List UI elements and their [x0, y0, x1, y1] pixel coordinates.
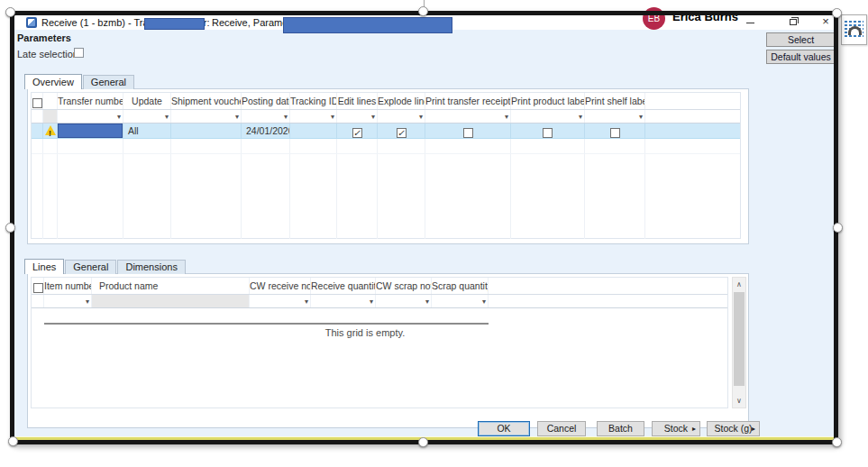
filter-dropdown-icon[interactable]: ▾: [305, 298, 308, 306]
filter-print-product-labels[interactable]: ▾: [511, 110, 585, 123]
col-posting-date[interactable]: Posting date: [242, 93, 290, 109]
col-explode-lines[interactable]: Explode lines: [378, 93, 425, 109]
select-all-checkbox[interactable]: [33, 283, 43, 293]
filter-dropdown-icon[interactable]: ▾: [419, 113, 423, 121]
scroll-down-icon[interactable]: ∨: [733, 394, 745, 407]
default-values-button[interactable]: Default values: [766, 50, 836, 64]
cell-transfer-number[interactable]: [58, 124, 123, 138]
cell-print-product-labels[interactable]: [511, 124, 585, 138]
scroll-up-icon[interactable]: ∧: [733, 278, 745, 291]
filter-dropdown-icon[interactable]: ▾: [425, 298, 429, 306]
filter-posting-date[interactable]: ▾: [242, 110, 290, 123]
scrollbar-thumb[interactable]: [734, 292, 745, 386]
filter-dropdown-icon[interactable]: ▾: [235, 113, 239, 121]
cell-tracking-id[interactable]: [290, 124, 337, 138]
tab-general-lower[interactable]: General: [65, 260, 116, 274]
edit-lines-checkbox[interactable]: ✓: [352, 128, 362, 138]
receive-dialog-window: Receive (1 - bzmb) - Transfer number: Re…: [14, 15, 834, 440]
late-selection-label: Late selection:: [17, 49, 81, 60]
resize-handle-top-left[interactable]: [5, 7, 15, 17]
filter-dropdown-icon[interactable]: ▾: [331, 113, 334, 121]
filter-dropdown-icon[interactable]: ▾: [639, 113, 643, 121]
filter-cw-receive-now[interactable]: ▾: [250, 295, 311, 307]
cell-explode-lines[interactable]: ✓: [378, 124, 425, 138]
tab-general-upper[interactable]: General: [83, 75, 134, 89]
explode-lines-checkbox[interactable]: ✓: [397, 128, 407, 138]
col-print-product-labels[interactable]: Print product labels: [511, 93, 585, 109]
filter-dropdown-icon[interactable]: ▾: [284, 113, 288, 121]
select-all-cell[interactable]: [32, 278, 44, 294]
cell-posting-date[interactable]: 24/01/2020: [242, 124, 290, 138]
restore-button[interactable]: [786, 16, 800, 28]
batch-button[interactable]: Batch: [597, 421, 644, 436]
cell-shipment-voucher[interactable]: [171, 124, 242, 138]
filter-cw-scrap-now[interactable]: ▾: [376, 295, 432, 307]
col-transfer-number[interactable]: Transfer number: [58, 93, 123, 109]
resize-handle-bottom-right[interactable]: [832, 437, 842, 447]
print-product-labels-checkbox[interactable]: [543, 128, 553, 138]
filter-print-shelf-labels[interactable]: ▾: [585, 110, 645, 123]
filter-edit-lines[interactable]: ▾: [337, 110, 378, 123]
cell-update[interactable]: All: [123, 124, 171, 138]
filter-transfer-number[interactable]: ▾: [58, 110, 123, 123]
cancel-button[interactable]: Cancel: [537, 421, 586, 436]
late-selection-checkbox[interactable]: [74, 48, 84, 58]
resize-handle-top-right[interactable]: [832, 8, 842, 18]
stock-menu-button[interactable]: Stock▸: [652, 421, 700, 436]
layout-options-picture-icon: [848, 26, 862, 35]
close-button[interactable]: ×: [818, 16, 833, 28]
minimize-button[interactable]: [743, 16, 757, 28]
filter-dropdown-icon[interactable]: ▾: [86, 298, 89, 306]
col-print-transfer-receipt[interactable]: Print transfer receipt: [425, 93, 511, 109]
filter-print-transfer-receipt[interactable]: ▾: [425, 110, 511, 123]
filter-dropdown-icon[interactable]: ▾: [371, 113, 375, 121]
col-cw-receive-now[interactable]: CW receive now: [250, 278, 311, 294]
cell-edit-lines[interactable]: ✓: [337, 124, 378, 138]
filter-item-number[interactable]: ▾: [44, 295, 92, 307]
cell-print-transfer-receipt[interactable]: [425, 124, 511, 138]
filter-receive-quantity[interactable]: ▾: [311, 295, 376, 307]
filter-dropdown-icon[interactable]: ▾: [117, 113, 121, 121]
filter-tracking-id[interactable]: ▾: [290, 110, 337, 123]
col-receive-quantity[interactable]: Receive quantity: [311, 278, 376, 294]
col-edit-lines[interactable]: Edit lines: [337, 93, 378, 109]
transfer-order-row[interactable]: All 24/01/2020 ✓ ✓: [32, 124, 740, 139]
col-scrap-quantity[interactable]: Scrap quantity: [432, 278, 489, 294]
layout-options-button[interactable]: [841, 14, 867, 45]
user-avatar[interactable]: EB: [643, 7, 665, 30]
filter-dropdown-icon[interactable]: ▾: [505, 113, 508, 121]
tab-overview[interactable]: Overview: [24, 74, 82, 89]
filter-shipment-voucher[interactable]: ▾: [171, 110, 242, 123]
print-shelf-labels-checkbox[interactable]: [610, 128, 620, 138]
stock-g-menu-button[interactable]: Stock (g)▸: [707, 421, 760, 436]
resize-handle-bottom-left[interactable]: [8, 436, 18, 446]
filter-dropdown-icon[interactable]: ▾: [579, 113, 582, 121]
filter-explode-lines[interactable]: ▾: [378, 110, 425, 123]
col-update[interactable]: Update: [123, 93, 171, 109]
print-transfer-receipt-checkbox[interactable]: [463, 128, 473, 138]
col-shipment-voucher[interactable]: Shipment voucher: [171, 93, 242, 109]
col-print-shelf-labels[interactable]: Print shelf labels: [585, 93, 645, 109]
cell-print-shelf-labels[interactable]: [585, 124, 645, 138]
filter-dropdown-icon[interactable]: ▾: [482, 298, 486, 306]
select-all-checkbox[interactable]: [32, 98, 42, 108]
col-item-number[interactable]: Item number: [44, 278, 92, 294]
filter-scrap-quantity[interactable]: ▾: [432, 295, 489, 307]
resize-handle-right-middle[interactable]: [833, 223, 843, 233]
select-button[interactable]: Select: [766, 32, 836, 47]
resize-handle-left-middle[interactable]: [5, 223, 15, 233]
page: Receive (1 - bzmb) - Transfer number: Re…: [0, 0, 868, 467]
col-product-name[interactable]: Product name: [92, 278, 250, 294]
select-all-cell[interactable]: [32, 93, 43, 109]
ok-button[interactable]: OK: [478, 421, 530, 436]
tab-lines[interactable]: Lines: [24, 259, 64, 274]
col-cw-scrap-now[interactable]: CW scrap now: [376, 278, 432, 294]
filter-dropdown-icon[interactable]: ▾: [370, 298, 373, 306]
resize-handle-top-middle[interactable]: [418, 6, 428, 16]
vertical-scrollbar[interactable]: ∧ ∨: [732, 277, 746, 408]
filter-dropdown-icon[interactable]: ▾: [165, 113, 169, 121]
col-tracking-id[interactable]: Tracking ID: [290, 93, 337, 109]
tab-dimensions[interactable]: Dimensions: [117, 260, 185, 274]
filter-update[interactable]: ▾: [123, 110, 171, 123]
resize-handle-bottom-middle[interactable]: [418, 437, 428, 447]
